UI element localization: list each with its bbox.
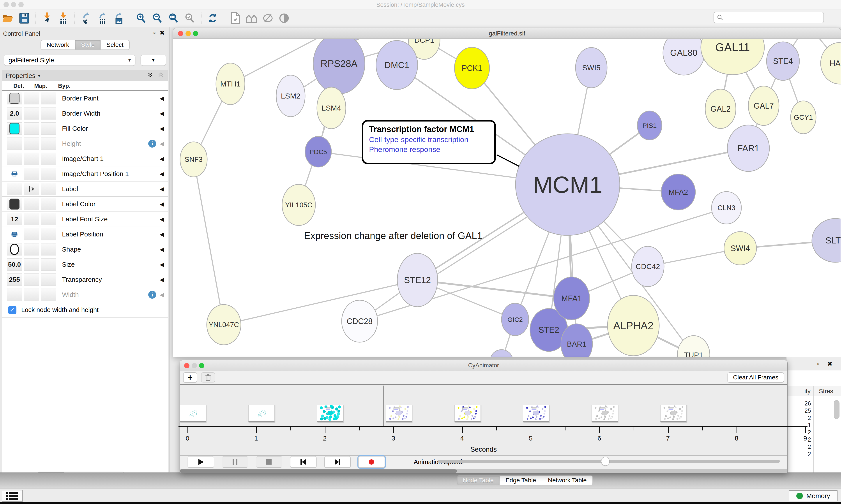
- property-row[interactable]: Image/Chart 1◀: [2, 151, 168, 166]
- byp-cell[interactable]: [41, 273, 56, 286]
- node-GCY1[interactable]: GCY1: [791, 101, 816, 134]
- expand-row-icon[interactable]: ◀: [160, 95, 164, 102]
- clear-all-frames-button[interactable]: Clear All Frames: [728, 373, 784, 382]
- node-GAL80[interactable]: GAL80: [663, 39, 704, 75]
- byp-cell[interactable]: [41, 138, 56, 150]
- zoom-in-icon[interactable]: [136, 13, 147, 24]
- node-SNF3[interactable]: SNF3: [180, 142, 207, 177]
- property-row[interactable]: Widthi◀: [2, 287, 168, 302]
- property-row[interactable]: Label Position◀: [2, 227, 168, 242]
- pause-button[interactable]: [222, 456, 248, 468]
- zoom-fit-icon[interactable]: [168, 13, 179, 24]
- skip-end-button[interactable]: [324, 456, 351, 468]
- expand-row-icon[interactable]: ◀: [160, 170, 164, 177]
- node-YNL047C[interactable]: YNL047C: [207, 305, 241, 345]
- property-row[interactable]: 12Label Font Size◀: [2, 212, 168, 227]
- property-row[interactable]: 50.0Size◀: [2, 257, 168, 272]
- map-cell[interactable]: [24, 198, 39, 210]
- node-MTH1[interactable]: MTH1: [216, 63, 245, 105]
- style-selector[interactable]: galFiltered Style ▾: [4, 55, 135, 66]
- node-STE12[interactable]: STE12: [397, 253, 437, 307]
- node-CDC28[interactable]: CDC28: [342, 300, 378, 342]
- tab-select[interactable]: Select: [101, 40, 130, 50]
- network-canvas[interactable]: DCP1RPS28ADMC1PCK1MTH1LSM2LSM4SWI5GAL80G…: [174, 39, 841, 357]
- export-image-icon[interactable]: [113, 13, 124, 24]
- default-swatch[interactable]: [10, 123, 19, 134]
- def-cell[interactable]: [7, 122, 22, 134]
- node-YIL105C[interactable]: YIL105C: [282, 184, 315, 226]
- frame-thumbnail-1[interactable]: [248, 405, 275, 422]
- property-row[interactable]: Shape◀: [2, 242, 168, 257]
- annotation-box[interactable]: Transcription factor MCM1 Cell-type-spec…: [362, 120, 496, 164]
- def-cell[interactable]: [7, 198, 22, 210]
- show-details-icon[interactable]: [279, 13, 290, 24]
- expand-row-icon[interactable]: ◀: [160, 186, 164, 193]
- table-cell[interactable]: 26: [786, 400, 811, 407]
- map-cell[interactable]: [24, 152, 39, 165]
- node-HAP2[interactable]: HAP2: [821, 42, 841, 84]
- close-panel-icon[interactable]: ✖: [827, 360, 833, 367]
- def-cell[interactable]: [7, 152, 22, 165]
- expand-row-icon[interactable]: ◀: [160, 291, 164, 298]
- expand-row-icon[interactable]: ◀: [160, 216, 164, 223]
- map-cell[interactable]: [24, 289, 39, 301]
- byp-cell[interactable]: [41, 243, 56, 255]
- def-cell[interactable]: [7, 228, 22, 240]
- session-home-icon[interactable]: [246, 13, 257, 24]
- node-PCK1[interactable]: PCK1: [454, 47, 489, 89]
- hscrollbar-thumb[interactable]: [180, 469, 457, 473]
- info-icon[interactable]: i: [148, 140, 156, 147]
- def-cell[interactable]: [7, 183, 22, 195]
- lock-size-checkbox[interactable]: ✓: [8, 306, 16, 314]
- frames-timeline[interactable]: 0123456789 Seconds: [180, 385, 787, 456]
- node-pbot[interactable]: [490, 350, 513, 357]
- byp-cell[interactable]: [41, 92, 56, 105]
- map-cell[interactable]: [24, 107, 39, 120]
- play-button[interactable]: [188, 456, 214, 468]
- map-cell[interactable]: [24, 273, 39, 286]
- map-cell[interactable]: [24, 183, 39, 195]
- expand-row-icon[interactable]: ◀: [160, 110, 164, 117]
- column-header[interactable]: Stres: [819, 388, 833, 395]
- default-swatch[interactable]: [10, 93, 19, 104]
- delete-frame-button[interactable]: [201, 373, 215, 382]
- table-scrollbar[interactable]: [834, 400, 839, 419]
- network-file-icon[interactable]: [230, 13, 241, 24]
- expand-all-icon[interactable]: [146, 71, 154, 80]
- property-row[interactable]: Fill Color◀: [2, 121, 168, 136]
- export-table-icon[interactable]: [96, 13, 108, 24]
- node-GAL11[interactable]: GAL11: [701, 39, 764, 75]
- node-ALPHA2[interactable]: ALPHA2: [608, 295, 659, 356]
- style-options-button[interactable]: ▾: [141, 55, 166, 66]
- node-SLT2[interactable]: SLT2: [812, 218, 841, 262]
- def-cell[interactable]: [7, 243, 22, 255]
- property-row[interactable]: 2.0Border Width◀: [2, 106, 168, 121]
- map-cell[interactable]: [24, 228, 39, 240]
- search-input[interactable]: [726, 14, 820, 21]
- slider-knob[interactable]: [601, 457, 609, 466]
- byp-cell[interactable]: [41, 107, 56, 120]
- map-cell[interactable]: [24, 243, 39, 255]
- zoom-out-icon[interactable]: [152, 13, 163, 24]
- cyanimator-titlebar[interactable]: CyAnimator: [180, 360, 787, 371]
- node-MFA1[interactable]: MFA1: [554, 277, 590, 320]
- tab-style[interactable]: Style: [75, 40, 101, 50]
- node-MCM1[interactable]: MCM1: [516, 134, 620, 235]
- close-panel-icon[interactable]: ✖: [160, 29, 165, 37]
- frame-thumbnail-3[interactable]: [386, 405, 412, 422]
- search-box[interactable]: [714, 12, 824, 23]
- table-cell[interactable]: 2: [786, 444, 811, 450]
- byp-cell[interactable]: [41, 228, 56, 240]
- node-CDC42[interactable]: CDC42: [632, 246, 664, 287]
- network-window-titlebar[interactable]: galFiltered.sif: [173, 28, 841, 39]
- frame-thumbnail-6[interactable]: [592, 405, 618, 422]
- def-cell[interactable]: 12: [7, 213, 22, 225]
- expand-row-icon[interactable]: ◀: [160, 261, 164, 268]
- property-row[interactable]: Heighti◀: [2, 136, 168, 151]
- node-MFA2[interactable]: MFA2: [661, 174, 695, 210]
- byp-cell[interactable]: [41, 168, 56, 180]
- zoom-selected-icon[interactable]: [184, 13, 196, 24]
- def-cell[interactable]: [7, 138, 22, 150]
- table-cell[interactable]: 2: [786, 415, 811, 421]
- animation-speed-slider[interactable]: [437, 460, 780, 463]
